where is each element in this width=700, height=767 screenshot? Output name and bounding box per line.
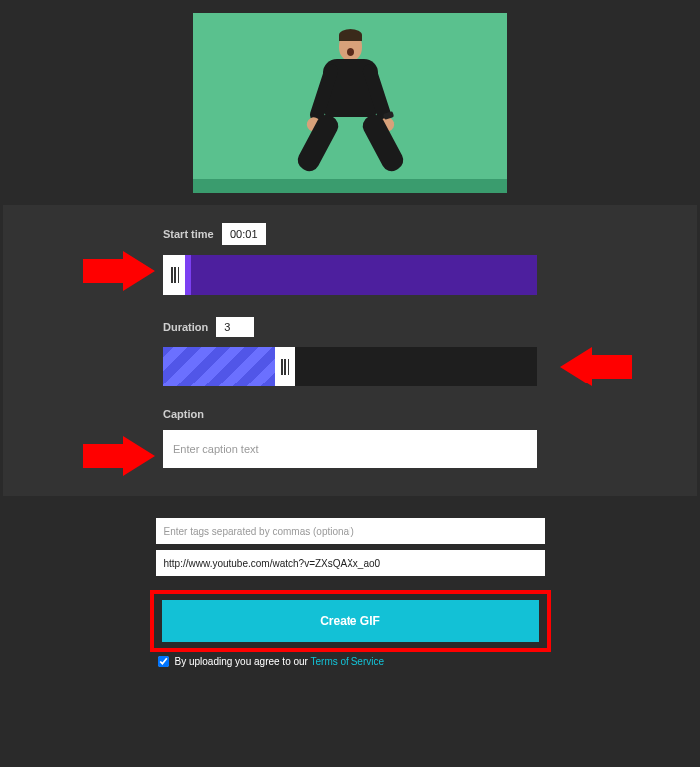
video-preview-section: [3, 3, 697, 205]
annotation-arrow-icon: [83, 251, 155, 291]
svg-marker-0: [83, 251, 155, 291]
source-url-input[interactable]: [156, 550, 545, 576]
video-preview[interactable]: [193, 13, 507, 193]
duration-slider[interactable]: [163, 347, 537, 386]
start-time-slider[interactable]: [163, 255, 537, 295]
terms-text: By uploading you agree to our Terms of S…: [175, 656, 385, 667]
start-time-input[interactable]: [222, 223, 266, 245]
terms-checkbox[interactable]: [158, 656, 169, 667]
controls-section: Start time Duration: [3, 205, 697, 496]
annotation-arrow-icon: [83, 436, 155, 476]
duration-slider-handle[interactable]: [275, 347, 295, 386]
tags-input[interactable]: [156, 518, 545, 544]
grip-icon: [171, 267, 179, 283]
caption-input[interactable]: [163, 430, 537, 468]
start-time-label: Start time: [163, 228, 214, 240]
caption-label: Caption: [163, 408, 204, 420]
svg-marker-2: [83, 436, 155, 476]
duration-label: Duration: [163, 321, 208, 333]
svg-marker-1: [560, 347, 632, 386]
annotation-arrow-icon: [560, 347, 632, 386]
create-gif-button[interactable]: Create GIF: [162, 600, 539, 642]
grip-icon: [281, 359, 289, 375]
start-time-slider-handle[interactable]: [165, 255, 185, 295]
duration-stepper[interactable]: [216, 317, 254, 337]
terms-of-service-link[interactable]: Terms of Service: [311, 656, 384, 667]
bottom-section: Create GIF By uploading you agree to our…: [3, 496, 697, 685]
